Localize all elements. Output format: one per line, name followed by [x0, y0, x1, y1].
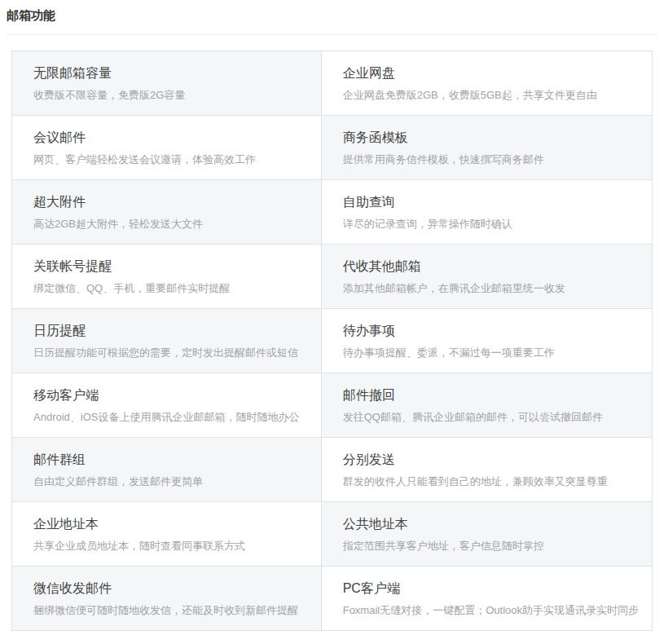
feature-title: PC客户端 [343, 580, 639, 597]
feature-desc: 网页、客户端轻松发送会议邀请，体验高效工作 [33, 152, 308, 166]
feature-title: 日历提醒 [33, 323, 308, 339]
feature-title: 关联帐号提醒 [33, 258, 308, 275]
feature-desc: 添加其他邮箱帐户，在腾讯企业邮箱里统一收发 [343, 281, 639, 295]
feature-desc: 共享企业成员地址本，随时查看同事联系方式 [33, 539, 308, 553]
feature-card: 企业网盘 企业网盘免费版2GB，收费版5GB起，共享文件更自由 [322, 51, 652, 115]
feature-card: 移动客户端 Android、iOS设备上使用腾讯企业邮邮箱，随时随地办公 [12, 373, 321, 437]
feature-card: 超大附件 高达2GB超大附件，轻松发送大文件 [12, 180, 321, 244]
feature-desc: 自由定义邮件群组，发送邮件更简单 [33, 474, 308, 488]
page-header: 邮箱功能 [0, 0, 664, 35]
feature-title: 会议邮件 [33, 130, 308, 146]
feature-desc: 详尽的记录查询，异常操作随时确认 [343, 217, 639, 231]
feature-card: 自助查询 详尽的记录查询，异常操作随时确认 [322, 180, 652, 244]
feature-card: 邮件撤回 发往QQ邮箱、腾讯企业邮箱的邮件，可以尝试撤回邮件 [322, 373, 652, 437]
feature-card: 关联帐号提醒 绑定微信、QQ、手机，重要邮件实时提醒 [12, 245, 321, 308]
feature-desc: 发往QQ邮箱、腾讯企业邮箱的邮件，可以尝试撤回邮件 [343, 410, 639, 424]
feature-desc: 指定范围共享客户地址，客户信息随时掌控 [343, 539, 639, 553]
feature-grid: 无限邮箱容量 收费版不限容量，免费版2G容量 企业网盘 企业网盘免费版2GB，收… [11, 51, 653, 631]
feature-desc: 群发的收件人只能看到自己的地址，兼顾效率又突显尊重 [343, 474, 639, 488]
feature-card: 商务函模板 提供常用商务信件模板，快速撰写商务邮件 [322, 116, 652, 179]
feature-card: 公共地址本 指定范围共享客户地址，客户信息随时掌控 [322, 502, 652, 566]
feature-desc: Android、iOS设备上使用腾讯企业邮邮箱，随时随地办公 [33, 410, 308, 424]
feature-desc: 提供常用商务信件模板，快速撰写商务邮件 [343, 152, 639, 166]
feature-title: 企业地址本 [33, 516, 308, 532]
feature-desc: 日历提醒功能可根据您的需要，定时发出提醒邮件或短信 [33, 346, 308, 359]
feature-title: 企业网盘 [343, 65, 639, 82]
feature-desc: 捆绑微信便可随时随地收发信，还能及时收到新邮件提醒 [33, 603, 308, 617]
feature-title: 邮件撤回 [343, 387, 639, 404]
feature-title: 邮件群组 [33, 452, 308, 468]
feature-card: 日历提醒 日历提醒功能可根据您的需要，定时发出提醒邮件或短信 [12, 309, 321, 373]
feature-card: 待办事项 待办事项提醒、委派，不漏过每一项重要工作 [322, 309, 652, 373]
feature-card: 无限邮箱容量 收费版不限容量，免费版2G容量 [12, 51, 321, 115]
feature-card: PC客户端 Foxmail无缝对接，一键配置；Outlook助手实现通讯录实时同… [322, 567, 652, 630]
feature-card: 邮件群组 自由定义邮件群组，发送邮件更简单 [12, 438, 321, 501]
header-divider [7, 34, 657, 35]
feature-title: 移动客户端 [33, 387, 308, 404]
feature-title: 公共地址本 [343, 516, 639, 532]
feature-card: 企业地址本 共享企业成员地址本，随时查看同事联系方式 [12, 502, 321, 566]
feature-desc: Foxmail无缝对接，一键配置；Outlook助手实现通讯录实时同步 [343, 603, 639, 617]
feature-title: 代收其他邮箱 [343, 258, 639, 275]
feature-title: 超大附件 [33, 194, 308, 210]
feature-title: 商务函模板 [343, 130, 639, 146]
feature-desc: 收费版不限容量，免费版2G容量 [33, 88, 308, 102]
feature-card: 代收其他邮箱 添加其他邮箱帐户，在腾讯企业邮箱里统一收发 [322, 245, 652, 308]
feature-title: 分别发送 [343, 452, 639, 468]
feature-card: 分别发送 群发的收件人只能看到自己的地址，兼顾效率又突显尊重 [322, 438, 652, 501]
feature-title: 待办事项 [343, 323, 639, 339]
feature-desc: 企业网盘免费版2GB，收费版5GB起，共享文件更自由 [343, 88, 639, 102]
feature-desc: 高达2GB超大附件，轻松发送大文件 [33, 217, 308, 231]
feature-desc: 待办事项提醒、委派，不漏过每一项重要工作 [343, 346, 639, 359]
feature-title: 自助查询 [343, 194, 639, 210]
feature-desc: 绑定微信、QQ、手机，重要邮件实时提醒 [33, 281, 308, 295]
feature-card: 微信收发邮件 捆绑微信便可随时随地收发信，还能及时收到新邮件提醒 [12, 567, 321, 630]
page-title: 邮箱功能 [7, 7, 657, 24]
feature-title: 无限邮箱容量 [33, 65, 308, 82]
feature-card: 会议邮件 网页、客户端轻松发送会议邀请，体验高效工作 [12, 116, 321, 179]
feature-title: 微信收发邮件 [33, 580, 308, 597]
